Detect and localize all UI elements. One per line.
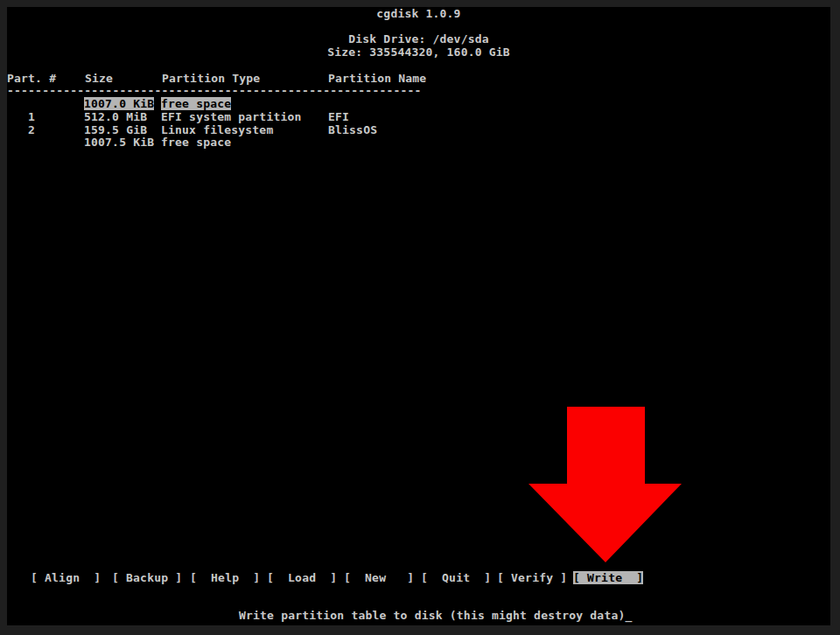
cgdisk-terminal[interactable]: cgdisk 1.0.9 Disk Drive: /dev/sda Size: …: [7, 7, 830, 625]
cell-name: EFI: [328, 110, 349, 123]
partition-row-free-space-top[interactable]: 1007.0 KiB free space: [7, 97, 830, 110]
table-separator: ----------------------------------------…: [7, 84, 830, 97]
menu-button-write[interactable]: [ Write ]: [573, 571, 643, 584]
menu-button-backup[interactable]: [ Backup ]: [112, 571, 182, 584]
cell-size: 159.5 GiB: [84, 123, 147, 136]
cell-name: BlissOS: [328, 123, 377, 136]
cell-part-num: 2: [28, 123, 35, 136]
menu-bar: [ Align ] [ Backup ] [ Help ] [ Load ] […: [7, 571, 830, 584]
status-message: Write partition table to disk (this migh…: [239, 609, 625, 622]
column-header-size: Size: [85, 72, 113, 85]
menu-button-load[interactable]: [ Load ]: [267, 571, 337, 584]
partition-row-blissos[interactable]: 2 159.5 GiB Linux filesystem BlissOS: [7, 123, 830, 136]
menu-button-quit[interactable]: [ Quit ]: [421, 571, 491, 584]
cell-type: free space: [161, 97, 231, 110]
status-line: Write partition table to disk (this migh…: [7, 609, 830, 622]
disk-size-label: Size: 335544320, 160.0 GiB: [7, 45, 830, 59]
cell-type: Linux filesystem: [161, 123, 273, 136]
table-header-row: Part. # Size Partition Type Partition Na…: [7, 72, 830, 85]
column-header-name: Partition Name: [328, 72, 426, 85]
column-header-type: Partition Type: [162, 72, 260, 85]
text-cursor: _: [625, 609, 632, 622]
column-header-part-num: Part. #: [7, 72, 56, 85]
cell-type: free space: [161, 136, 231, 149]
app-title: cgdisk 1.0.9: [7, 7, 830, 20]
partition-row-free-space-bottom[interactable]: 1007.5 KiB free space: [7, 136, 830, 149]
cell-size: 1007.5 KiB: [84, 136, 154, 149]
disk-drive-label: Disk Drive: /dev/sda: [7, 32, 830, 45]
cell-type: EFI system partition: [161, 110, 302, 123]
menu-button-help[interactable]: [ Help ]: [190, 571, 260, 584]
partition-row-efi[interactable]: 1 512.0 MiB EFI system partition EFI: [7, 110, 830, 123]
menu-button-new[interactable]: [ New ]: [344, 571, 414, 584]
cell-size: 512.0 MiB: [84, 110, 147, 123]
menu-button-align[interactable]: [ Align ]: [31, 571, 101, 584]
menu-button-verify[interactable]: [ Verify ]: [497, 571, 567, 584]
cell-size: 1007.0 KiB: [84, 97, 154, 110]
cell-part-num: 1: [28, 110, 35, 123]
status-message-wrap: Write partition table to disk (this migh…: [239, 609, 633, 622]
